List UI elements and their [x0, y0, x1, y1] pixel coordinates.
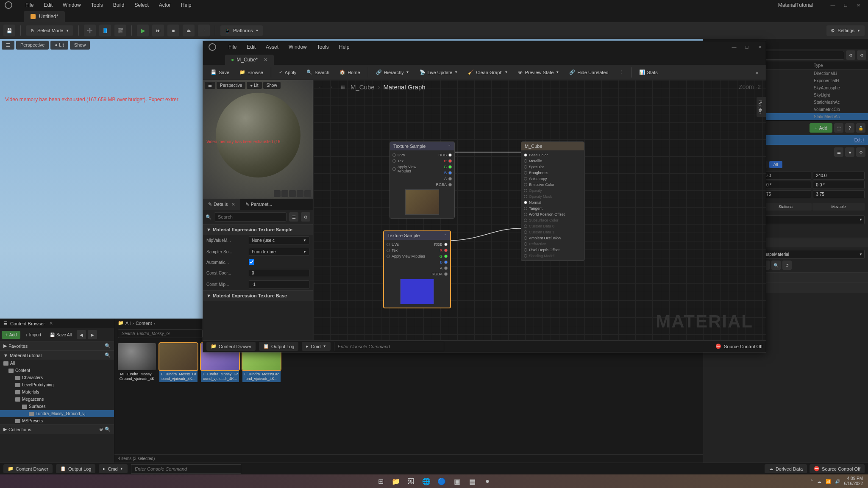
viewport-lit-button[interactable]: ● Lit [50, 41, 68, 50]
mat-more-button[interactable]: ⋮ [615, 67, 628, 77]
texture-sample-node-1[interactable]: Texture Sample⌃ UVs Tex Apply View MipBi… [389, 141, 455, 219]
menu-select[interactable]: Select [129, 0, 153, 10]
mat-stats-button[interactable]: 📊 Stats [635, 67, 662, 77]
search-icon[interactable]: 🔍 [105, 427, 111, 432]
mat-reset-icon[interactable]: ↺ [782, 261, 792, 270]
folder-tree-item[interactable]: All [0, 360, 114, 367]
save-level-button[interactable]: 💾 [3, 25, 15, 36]
menu-actor[interactable]: Actor [154, 0, 176, 10]
property-input[interactable]: 0 [249, 269, 309, 277]
asset-item[interactable]: T_Tundra_Mossy_Ground_vjuieadr_4K... [159, 343, 198, 382]
details-tab[interactable]: ✎ Details✕ [203, 199, 240, 210]
folder-tree-item[interactable]: Megascans [0, 396, 114, 403]
folder-tree-item[interactable]: Content [0, 367, 114, 374]
play-options-button[interactable]: ⋮ [198, 25, 210, 36]
cb-history-back-icon[interactable]: ◀ [77, 330, 86, 339]
material-graph[interactable]: ← → ▦ M_Cube › Material Graph Zoom -2 Pa… [313, 80, 766, 340]
material-preview-viewport[interactable]: ☰ Perspective ● Lit Show Video memory ha… [203, 80, 313, 199]
preview-shape-plane-icon[interactable] [289, 190, 296, 197]
breadcrumb-content[interactable]: Content [136, 321, 152, 326]
preview-shape-cylinder-icon[interactable] [274, 190, 281, 197]
rotation-y[interactable]: 0.0 ° [760, 181, 812, 189]
folder-tree-item[interactable]: LevelPrototyping [0, 381, 114, 388]
property-input[interactable]: -1 [249, 280, 309, 288]
folder-tree-item[interactable]: Materials [0, 388, 114, 396]
menu-file[interactable]: File [20, 0, 39, 10]
blueprint-button[interactable]: 📘 [99, 25, 111, 36]
details-view-icon[interactable]: ☰ [289, 212, 298, 222]
rotation-z[interactable]: 0.0 ° [813, 181, 865, 189]
menu-edit[interactable]: Edit [39, 0, 58, 10]
mat-source-control[interactable]: ⛔ Source Control Off [715, 344, 762, 349]
clock-time[interactable]: 4:09 PM [844, 476, 863, 481]
preview-perspective-button[interactable]: Perspective [217, 82, 245, 89]
stop-button[interactable]: ■ [167, 25, 179, 36]
project-section[interactable]: ▼ MaterialTutorial 🔍 [0, 350, 114, 360]
play-button[interactable]: ▶ [137, 25, 149, 36]
mat-menu-window[interactable]: Window [284, 42, 312, 52]
details-gear-icon[interactable]: ⚙ [856, 147, 865, 157]
menu-window[interactable]: Window [58, 0, 86, 10]
folder-tree-item[interactable]: Tundra_Mossy_Ground_vj [0, 410, 114, 417]
mat-clean-graph-button[interactable]: 🧹 Clean Graph ▼ [464, 67, 512, 77]
favorites-section[interactable]: ▶ Favorites 🔍 [0, 341, 114, 350]
parameters-tab[interactable]: ✎ Paramet... [240, 199, 278, 210]
mat-tab-close-icon[interactable]: ✕ [264, 57, 268, 63]
app2-icon[interactable]: ▤ [466, 475, 478, 487]
mat-apply-button[interactable]: ✓ Apply [275, 67, 301, 77]
details-search-input[interactable] [214, 212, 287, 222]
menu-build[interactable]: Build [108, 0, 130, 10]
mat-hierarchy-button[interactable]: 🔗 Hierarchy ▼ [372, 67, 414, 77]
mat-content-drawer-button[interactable]: 📁 Content Drawer [206, 342, 256, 351]
output-log-button[interactable]: 📋 Output Log [56, 464, 95, 473]
viewport-show-button[interactable]: Show [70, 41, 90, 50]
eject-button[interactable]: ⏏ [183, 25, 195, 36]
tray-wifi-icon[interactable]: 📶 [826, 479, 831, 484]
details-help-icon[interactable]: ? [845, 123, 854, 133]
mat-maximize-button[interactable]: □ [744, 44, 750, 50]
preview-shape-custom-icon[interactable] [304, 190, 311, 197]
mobility-movable[interactable]: Movable [812, 203, 865, 211]
mat-menu-asset[interactable]: Asset [261, 42, 284, 52]
breadcrumb-all[interactable]: All [125, 321, 131, 326]
search-icon[interactable]: 🔍 [105, 352, 111, 358]
add-content-button[interactable]: ➕ [84, 25, 96, 36]
cmd-button[interactable]: ▸ Cmd ▼ [99, 464, 127, 473]
mat-browse-button[interactable]: 📁 Browse [235, 67, 267, 77]
mat-search-icon[interactable]: 🔍 [771, 261, 781, 270]
type-column-header[interactable]: Type [814, 63, 865, 68]
mat-cmd-button[interactable]: ▸ Cmd ▼ [302, 342, 330, 351]
tray-onedrive-icon[interactable]: ☁ [817, 479, 821, 484]
property-checkbox[interactable] [249, 259, 254, 265]
graph-back-button[interactable]: ← [317, 83, 325, 91]
texture-sample-node-2[interactable]: Texture Sample⌃ UVs Tex Apply View MipBi… [383, 230, 451, 308]
mat-home-button[interactable]: 🏠 Home [335, 67, 364, 77]
preview-lit-button[interactable]: ● Lit [247, 82, 262, 89]
select-mode-button[interactable]: 🖱Select Mode▼ [26, 25, 73, 36]
minimize-button[interactable]: — [830, 2, 836, 8]
location-z[interactable]: 240.0 [813, 172, 865, 180]
texture-sample-section[interactable]: ▼ Material Expression Texture Sample [203, 225, 313, 235]
material-output-node[interactable]: M_Cube Base ColorMetallicSpecularRoughne… [521, 141, 584, 261]
palette-tab[interactable]: Palette [757, 97, 766, 117]
mat-save-button[interactable]: 💾 Save [206, 67, 234, 77]
folder-tree-item[interactable]: Surfaces [0, 403, 114, 410]
location-y[interactable]: 20.0 [760, 172, 812, 180]
content-drawer-button[interactable]: 📁 Content Drawer [3, 464, 53, 473]
graph-forward-button[interactable]: → [327, 83, 335, 91]
cinematics-button[interactable]: 🎬 [114, 25, 126, 36]
maximize-button[interactable]: □ [843, 2, 849, 8]
folder-tree-item[interactable]: MSPresets [0, 417, 114, 424]
mobility-stationary[interactable]: Stationa [760, 203, 812, 211]
unreal-icon[interactable]: ● [481, 475, 493, 487]
menu-help[interactable]: Help [176, 0, 197, 10]
mat-console-input[interactable] [334, 342, 444, 351]
viewport-menu-button[interactable]: ☰ [2, 41, 14, 50]
edit-blueprint-link[interactable]: Edit i [854, 138, 864, 142]
menu-tools[interactable]: Tools [86, 0, 108, 10]
cb-save-all-button[interactable]: 💾 Save All [46, 331, 75, 339]
mat-menu-tools[interactable]: Tools [312, 42, 334, 52]
preview-menu-icon[interactable]: ☰ [205, 82, 215, 89]
add-icon[interactable]: ⊕ [99, 427, 103, 432]
search-icon[interactable]: 🔍 [105, 343, 111, 349]
